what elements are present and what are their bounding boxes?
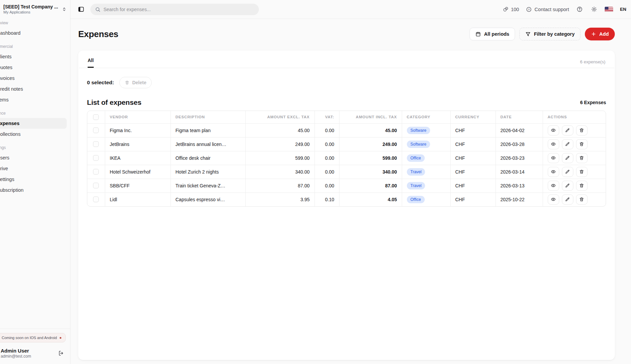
filter-by-category-button[interactable]: Filter by category: [519, 28, 580, 40]
cell-date: 2026-03-14: [495, 165, 543, 179]
cell-currency: CHF: [450, 123, 495, 137]
cell-description: Figma team plan: [171, 123, 245, 137]
delete-button[interactable]: [576, 194, 588, 205]
view-button[interactable]: [548, 167, 559, 177]
sidebar-item-label: Items: [0, 97, 8, 102]
row-checkbox[interactable]: [93, 141, 99, 147]
cell-currency: CHF: [450, 151, 495, 165]
expenses-card: All 6 expense(s) 0 selected: Delete List…: [78, 51, 615, 360]
app-window: [SEED] Test Company ... My Applications …: [0, 0, 631, 364]
sidebar-item-subscription[interactable]: Subscription: [0, 185, 70, 195]
banner-dot-icon: [60, 337, 61, 339]
pencil-icon: [565, 142, 570, 147]
search-input[interactable]: [103, 7, 254, 12]
view-button[interactable]: [548, 125, 559, 135]
tab-all[interactable]: All: [88, 58, 94, 68]
funnel-icon: [525, 31, 531, 37]
sidebar-toggle-button[interactable]: [77, 5, 86, 14]
delete-selected-button[interactable]: Delete: [119, 77, 152, 88]
help-button[interactable]: [576, 5, 583, 13]
user-info: Admin User admin@test.com: [1, 348, 57, 359]
sidebar-item-expenses[interactable]: Expenses: [0, 118, 67, 129]
row-checkbox[interactable]: [93, 127, 99, 133]
sidebar-item-items[interactable]: Items: [0, 94, 70, 105]
sidebar-footer: Coming soon on IOS and Android Admin Use…: [0, 329, 70, 364]
cell-amount-excl: 45.00: [245, 123, 314, 137]
sidebar-item-collections[interactable]: Collections: [0, 129, 70, 140]
cell-vat: 0.10: [314, 192, 339, 206]
row-checkbox[interactable]: [93, 183, 99, 188]
row-checkbox[interactable]: [93, 155, 99, 161]
view-button[interactable]: [548, 194, 559, 205]
sidebar-item-drive[interactable]: Drive: [0, 163, 70, 174]
theme-toggle-button[interactable]: [590, 5, 598, 13]
category-badge: Travel: [407, 168, 425, 176]
language-selector[interactable]: EN: [620, 7, 626, 12]
edit-button[interactable]: [562, 153, 573, 163]
header-amount-excl: Amount excl. tax: [245, 111, 314, 123]
sidebar-item-invoices[interactable]: Invoices: [0, 73, 70, 84]
cell-amount-excl: 340.00: [245, 165, 314, 179]
cell-date: 2026-03-23: [495, 151, 543, 165]
select-all-checkbox[interactable]: [93, 114, 99, 120]
cell-date: 2026-03-28: [495, 137, 543, 151]
sidebar-item-label: Collections: [0, 131, 21, 137]
cell-date: 2026-03-13: [495, 179, 543, 192]
delete-button[interactable]: [576, 139, 588, 149]
header-vendor: Vendor: [105, 111, 171, 123]
list-count: 6 Expenses: [580, 100, 606, 105]
cell-vat: 0.00: [314, 165, 339, 179]
cell-description: Train ticket Geneva-Z…: [171, 179, 245, 192]
workspace-text: [SEED] Test Company ... My Applications: [3, 4, 60, 14]
view-button[interactable]: [548, 181, 559, 191]
workspace-switcher[interactable]: [SEED] Test Company ... My Applications: [0, 0, 70, 18]
row-actions: [548, 139, 601, 149]
view-button[interactable]: [548, 153, 559, 163]
sidebar-item-dashboard[interactable]: Dashboard: [0, 28, 70, 38]
row-checkbox[interactable]: [93, 169, 99, 175]
edit-button[interactable]: [562, 125, 573, 135]
sidebar-item-users[interactable]: Users: [0, 152, 70, 163]
delete-button[interactable]: [576, 153, 588, 163]
cell-vat: 0.00: [314, 179, 339, 192]
cell-description: Office desk chair: [171, 151, 245, 165]
contact-support-button[interactable]: ? Contact support: [526, 6, 569, 12]
table-row: SBB/CFF Train ticket Geneva-Z… 87.00 0.0…: [87, 179, 606, 192]
us-flag-icon[interactable]: [605, 7, 613, 12]
add-expense-button[interactable]: Add: [585, 28, 615, 40]
delete-button[interactable]: [576, 167, 588, 177]
cell-vat: 0.00: [314, 151, 339, 165]
table-row: Figma Inc. Figma team plan 45.00 0.00 45…: [87, 123, 606, 137]
row-checkbox[interactable]: [93, 196, 99, 202]
header-vat: VAT:: [314, 111, 339, 123]
expenses-table: Vendor Description Amount excl. tax VAT:…: [87, 111, 606, 206]
cell-currency: CHF: [450, 192, 495, 206]
nav-section-finance: Finance: [0, 111, 70, 116]
view-button[interactable]: [548, 139, 559, 149]
cell-amount-incl: 4.05: [339, 192, 402, 206]
delete-button[interactable]: [576, 125, 588, 135]
logout-button[interactable]: [57, 349, 65, 358]
sidebar-item-quotes[interactable]: Quotes: [0, 62, 70, 73]
sidebar-item-label: Quotes: [0, 65, 12, 70]
sidebar-nav: Overview Dashboard Commercial Clients Qu…: [0, 18, 70, 329]
list-header: List of expenses 6 Expenses: [87, 98, 606, 107]
trash-icon: [579, 155, 584, 160]
sidebar-item-credit-notes[interactable]: Credit notes: [0, 84, 70, 94]
delete-button[interactable]: [576, 181, 588, 191]
workspace-subtitle: My Applications: [3, 10, 60, 14]
sidebar-item-settings[interactable]: Settings: [0, 174, 70, 185]
sidebar-item-label: Credit notes: [0, 86, 23, 92]
edit-button[interactable]: [562, 139, 573, 149]
search-bar[interactable]: [90, 4, 259, 15]
table-row: IKEA Office desk chair 599.00 0.00 599.0…: [87, 151, 606, 165]
page-header: Expenses All periods Filter by category …: [78, 28, 615, 40]
credits-indicator[interactable]: 100: [503, 6, 519, 12]
all-periods-button[interactable]: All periods: [470, 28, 515, 40]
edit-button[interactable]: [562, 194, 573, 205]
expense-count-note: 6 expense(s): [580, 59, 605, 64]
edit-button[interactable]: [562, 167, 573, 177]
edit-button[interactable]: [562, 181, 573, 191]
add-expense-label: Add: [599, 31, 609, 37]
sidebar-item-clients[interactable]: Clients: [0, 51, 70, 62]
